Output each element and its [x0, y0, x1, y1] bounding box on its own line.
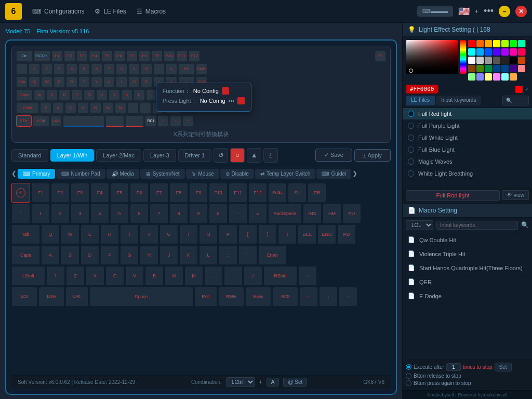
- fkey-v[interactable]: V: [125, 266, 144, 286]
- key-tab[interactable]: Tab: [16, 76, 28, 88]
- apply-button[interactable]: ± Apply: [354, 149, 391, 162]
- color-swatch-17[interactable]: [493, 57, 500, 64]
- key-b[interactable]: B: [90, 102, 101, 114]
- key-comma[interactable]: ,: [127, 102, 139, 114]
- le-item-2[interactable]: Full White Light: [403, 132, 532, 144]
- fkey-period[interactable]: .: [224, 266, 243, 286]
- fkey-3[interactable]: 3: [71, 204, 89, 223]
- le-item-3[interactable]: Full Blue Light: [403, 144, 532, 156]
- execute-count[interactable]: 1: [446, 363, 461, 371]
- up-button[interactable]: ▲: [247, 148, 261, 163]
- fkey-f4[interactable]: F4: [90, 183, 109, 203]
- fkey-4[interactable]: 4: [90, 204, 109, 223]
- hue-bar[interactable]: [460, 40, 466, 74]
- le-item-1[interactable]: Full Purple Light: [403, 120, 532, 132]
- key-equal[interactable]: =: [166, 63, 177, 75]
- key-l[interactable]: L: [134, 89, 145, 101]
- key-f12[interactable]: F12: [189, 50, 200, 62]
- tab-layer3[interactable]: Layer 3: [143, 149, 176, 162]
- fkey-7[interactable]: 7: [150, 204, 168, 223]
- tab-layer1[interactable]: Layer 1/Win: [50, 149, 95, 162]
- fkey-minus[interactable]: -: [229, 204, 247, 223]
- macro-item-4[interactable]: 📄E Dodge: [403, 289, 532, 303]
- fkey-f8[interactable]: F8: [169, 183, 188, 203]
- key-u[interactable]: U: [103, 76, 115, 88]
- key-f[interactable]: F: [71, 89, 83, 101]
- color-swatch-10[interactable]: [493, 48, 500, 56]
- color-swatch-12[interactable]: [510, 48, 517, 56]
- fkey-menu[interactable]: Menu: [245, 287, 271, 307]
- key-2[interactable]: 2: [41, 63, 52, 75]
- macro-filter-select[interactable]: LOL: [406, 220, 433, 230]
- key-p[interactable]: P: [141, 76, 152, 88]
- fkey-fslash[interactable]: /: [244, 266, 262, 286]
- fkey-x[interactable]: X: [86, 266, 104, 286]
- fkey-comma[interactable]: ,: [204, 266, 223, 286]
- fkey-f9[interactable]: F9: [189, 183, 208, 203]
- color-swatch-21[interactable]: [468, 65, 475, 72]
- fkey-9[interactable]: 9: [189, 204, 208, 223]
- fkey-a[interactable]: A: [41, 245, 60, 265]
- color-swatch-3[interactable]: [493, 40, 500, 47]
- color-swatch-4[interactable]: [501, 40, 509, 47]
- device-selector[interactable]: ⌨▬▬▬: [417, 6, 453, 17]
- fkey-2[interactable]: 2: [51, 204, 70, 223]
- fkey-c[interactable]: C: [105, 266, 124, 286]
- macro-set-button[interactable]: Set: [495, 363, 512, 371]
- fkey-h[interactable]: H: [140, 245, 158, 265]
- cat-numpad[interactable]: ⌨ Number Pad: [56, 169, 105, 179]
- key-g[interactable]: G: [84, 89, 95, 101]
- key-i[interactable]: I: [116, 76, 127, 88]
- fkey-backspace[interactable]: Backspace: [268, 204, 302, 223]
- key-space3[interactable]: [125, 115, 144, 127]
- cat-disable[interactable]: ⊘ Disable: [220, 169, 254, 179]
- key-o[interactable]: O: [128, 76, 140, 88]
- color-swatch-11[interactable]: [501, 48, 509, 56]
- color-swatch-23[interactable]: [485, 65, 492, 72]
- close-button[interactable]: ✕: [515, 6, 527, 17]
- fkey-6[interactable]: 6: [130, 204, 149, 223]
- color-swatch-14[interactable]: [468, 57, 475, 64]
- fkey-w[interactable]: W: [61, 224, 79, 244]
- fkey-s[interactable]: S: [61, 245, 79, 265]
- color-swatch-20[interactable]: [518, 57, 525, 64]
- fkey-left[interactable]: ←: [299, 287, 318, 307]
- color-swatch-33[interactable]: [510, 73, 517, 81]
- fkey-l[interactable]: L: [199, 245, 218, 265]
- key-4[interactable]: 4: [66, 63, 77, 75]
- nav-macros[interactable]: ☰ Macros: [137, 8, 166, 15]
- key-eth[interactable]: ETH: [16, 115, 32, 127]
- fkey-f10[interactable]: F10: [209, 183, 228, 203]
- fkey-z[interactable]: Z: [66, 266, 85, 286]
- key-space[interactable]: [63, 115, 104, 127]
- fkey-g[interactable]: G: [120, 245, 139, 265]
- fkey-y[interactable]: Y: [140, 224, 158, 244]
- fkey-f3[interactable]: F3: [71, 183, 89, 203]
- fkey-tab[interactable]: Tab: [11, 224, 40, 244]
- fkey-space[interactable]: Space: [89, 287, 193, 307]
- le-item-4[interactable]: Magic Waves: [403, 156, 532, 168]
- key-v[interactable]: V: [77, 102, 89, 114]
- cat-temp-layer[interactable]: ⇄ Temp Layer Switch: [255, 169, 315, 179]
- key-w[interactable]: W: [41, 76, 52, 88]
- macro-item-1[interactable]: 📄Violence Triple Hit: [403, 247, 532, 261]
- color-swatch-1[interactable]: [476, 40, 484, 47]
- fkey-j[interactable]: J: [159, 245, 178, 265]
- color-swatch-29[interactable]: [476, 73, 484, 81]
- key-hm-sm[interactable]: HM⚙: [196, 63, 207, 75]
- key-caps[interactable]: Caps: [16, 89, 33, 101]
- le-item-0[interactable]: Full Red light: [403, 108, 532, 120]
- color-swatch-2[interactable]: [485, 40, 492, 47]
- fkey-quote[interactable]: ': [238, 245, 257, 265]
- fkey-e[interactable]: E: [81, 224, 99, 244]
- fkey-pd[interactable]: PD: [337, 224, 356, 244]
- key-minus[interactable]: -: [153, 63, 165, 75]
- fkey-f11[interactable]: F11: [229, 183, 247, 203]
- color-swatch-16[interactable]: [485, 57, 492, 64]
- fkey-caps[interactable]: Caps: [11, 245, 40, 265]
- key-n[interactable]: N: [102, 102, 114, 114]
- save-button[interactable]: ✓ Save: [315, 149, 352, 162]
- key-j[interactable]: J: [109, 89, 120, 101]
- color-swatch-26[interactable]: [510, 65, 517, 72]
- key-h[interactable]: H: [96, 89, 108, 101]
